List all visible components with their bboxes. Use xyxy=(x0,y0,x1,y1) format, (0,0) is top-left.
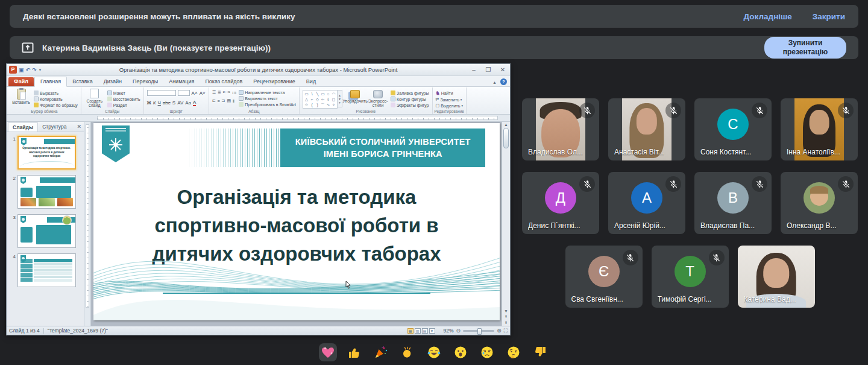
restore-button[interactable]: ❐ xyxy=(481,66,495,73)
zoom-out-button[interactable]: ⊖ xyxy=(456,328,461,334)
shapes-gallery[interactable]: ▭\╲▭○◠ △⌐◇⇦⇩◻ ☆()⌒∿✧ xyxy=(303,90,338,109)
next-slide-button[interactable]: ⇟ xyxy=(505,320,508,325)
reaction-clap[interactable] xyxy=(398,343,417,361)
participant-tile[interactable]: ДДенис П`янткі... xyxy=(522,172,599,234)
tab-slides[interactable]: Слайды xyxy=(8,122,38,132)
paste-button[interactable]: Вставить xyxy=(11,89,31,104)
shape-outline-button[interactable]: Контур фигуры xyxy=(391,97,429,101)
char-spacing-icon[interactable]: AV xyxy=(177,100,183,106)
ribbon-tab-5[interactable]: Переходы xyxy=(127,77,163,86)
slide-thumbnail-1[interactable]: Організація та методика спортивно-масово… xyxy=(17,136,76,170)
ribbon-tab-3[interactable]: Вставка xyxy=(67,77,98,86)
participant-tile[interactable]: Владислав Ол... xyxy=(522,98,599,160)
copy-button[interactable]: Копировать xyxy=(34,97,78,101)
reaction-thumbs_down[interactable] xyxy=(531,343,549,361)
justify-icon[interactable]: ▤ xyxy=(227,98,231,103)
underline-button[interactable]: Ч xyxy=(158,100,161,106)
line-spacing-icon[interactable]: ↕≡ xyxy=(232,90,237,95)
reaction-party[interactable] xyxy=(372,343,390,361)
align-text-button[interactable]: Выровнять текст xyxy=(239,96,296,101)
layout-button[interactable]: Макет xyxy=(107,90,140,95)
align-right-icon[interactable]: ⊐ xyxy=(222,98,225,103)
shape-fill-button[interactable]: Заливка фигуры xyxy=(391,90,429,95)
normal-view-button[interactable]: ▦ xyxy=(407,328,414,334)
tab-outline[interactable]: Структура xyxy=(38,122,71,131)
zoom-slider[interactable] xyxy=(463,330,494,332)
ribbon-tab-2[interactable]: Главная xyxy=(34,77,67,87)
powerpoint-app-icon[interactable]: P xyxy=(9,66,17,74)
slide-sorter-button[interactable]: ▥ xyxy=(415,328,421,334)
current-slide[interactable]: КИЇВСЬКИЙ СТОЛИЧНИЙ УНІВЕРСИТЕТ ІМЕНІ БО… xyxy=(93,123,500,320)
participant-tile[interactable]: ЄЄва Євгеніївн... xyxy=(565,246,643,308)
shadow-button[interactable]: S xyxy=(172,100,175,106)
ribbon-tab-6[interactable]: Анимация xyxy=(163,77,200,86)
slide-thumbnail-3[interactable] xyxy=(17,214,76,248)
close-link[interactable]: Закрити xyxy=(813,12,845,21)
qat-dropdown-icon[interactable]: ▼ xyxy=(39,68,42,72)
italic-button[interactable]: К xyxy=(153,100,156,106)
close-button[interactable]: ✕ xyxy=(495,66,510,73)
ribbon-tab-8[interactable]: Рецензирование xyxy=(248,77,301,86)
numbering-icon[interactable]: ≣ xyxy=(218,90,221,95)
new-slide-button[interactable]: Создать слайд xyxy=(84,89,105,107)
font-name-select[interactable] xyxy=(147,90,176,96)
participant-tile[interactable]: Катерина Вад... xyxy=(738,246,815,308)
slide-thumbnail-4[interactable] xyxy=(17,253,76,287)
format-painter-button[interactable]: Формат по образцу xyxy=(34,103,78,107)
fit-to-window-button[interactable]: ⛶ xyxy=(504,328,508,334)
section-button[interactable]: Раздел xyxy=(107,103,140,107)
zoom-in-button[interactable]: ⊕ xyxy=(497,328,502,334)
stop-presentation-button[interactable]: Зупинити презентацію xyxy=(764,37,846,59)
reading-view-button[interactable]: ▤ xyxy=(422,328,428,334)
reaction-thinking[interactable] xyxy=(505,343,523,361)
select-button[interactable]: ▢Выделить ▾ xyxy=(436,103,463,108)
powerpoint-titlebar[interactable]: P ▣ ↶ ↷ ▼ Організація та методика спорти… xyxy=(7,64,510,76)
ribbon-tab-4[interactable]: Дизайн xyxy=(98,77,127,86)
grow-font-icon[interactable]: A˄ xyxy=(192,90,198,96)
previous-slide-button[interactable]: ⇞ xyxy=(505,314,508,319)
ribbon-tab-9[interactable]: Вид xyxy=(301,77,321,86)
ribbon-tab-1[interactable]: Файл xyxy=(8,77,34,86)
reaction-cry[interactable] xyxy=(478,343,496,361)
font-size-select[interactable] xyxy=(178,90,190,96)
shrink-font-icon[interactable]: A˅ xyxy=(200,90,206,96)
text-direction-button[interactable]: Направление текста xyxy=(239,90,296,95)
strikethrough-button[interactable]: abc xyxy=(163,100,171,106)
align-left-icon[interactable]: ⊏ xyxy=(212,98,216,103)
participant-tile[interactable]: Анастасія Віт... xyxy=(608,98,685,160)
shapes-scroll-buttons[interactable]: ▲▼▾ xyxy=(338,90,342,107)
reaction-surprised[interactable] xyxy=(451,343,470,361)
reaction-heart[interactable] xyxy=(319,343,337,361)
save-icon[interactable]: ▣ xyxy=(19,67,24,73)
cut-button[interactable]: Вырезать xyxy=(34,90,78,95)
arrange-button[interactable]: Упорядочить xyxy=(345,89,365,103)
quick-styles-button[interactable]: Экспресс-стили xyxy=(368,89,388,107)
slide-thumbnail-2[interactable] xyxy=(17,175,76,209)
participant-tile[interactable]: ААрсеній Юрій... xyxy=(608,172,685,234)
change-case-icon[interactable]: Aa xyxy=(185,100,191,106)
shape-effects-button[interactable]: Эффекты фигур xyxy=(391,103,429,107)
participant-tile[interactable]: Олександр В... xyxy=(781,172,858,234)
panel-close-icon[interactable]: ✕ xyxy=(77,124,81,130)
ribbon-tab-7[interactable]: Показ слайдов xyxy=(200,77,248,86)
columns-icon[interactable]: ‖ xyxy=(233,99,234,103)
bold-button[interactable]: Ж xyxy=(147,100,151,106)
participant-tile[interactable]: ССоня Костянт... xyxy=(694,98,772,160)
reaction-joy[interactable] xyxy=(425,343,443,361)
help-icon[interactable]: ? xyxy=(500,78,507,85)
undo-icon[interactable]: ↶ xyxy=(26,67,31,73)
indent-icons[interactable]: ⇤⇥ xyxy=(223,90,230,95)
participant-tile[interactable]: Інна Анатоліїв... xyxy=(781,98,858,160)
bullets-icon[interactable]: ☰ xyxy=(212,90,216,95)
reaction-thumbs_up[interactable] xyxy=(345,343,363,361)
replace-button[interactable]: ⇄Заменить ▾ xyxy=(436,97,463,102)
smartart-button[interactable]: Преобразовать в SmartArt xyxy=(239,102,296,107)
font-color-button[interactable]: A xyxy=(193,100,196,106)
details-link[interactable]: Докладніше xyxy=(744,12,792,21)
minimize-button[interactable]: – xyxy=(467,66,481,73)
redo-icon[interactable]: ↷ xyxy=(32,67,37,73)
minimize-ribbon-icon[interactable]: ▲ xyxy=(492,80,497,84)
slideshow-button[interactable]: ▼ xyxy=(429,328,435,334)
slide-scrollbar[interactable]: ▲ ▼⇞⇟ xyxy=(502,122,510,326)
reset-button[interactable]: Восстановить xyxy=(107,97,140,101)
